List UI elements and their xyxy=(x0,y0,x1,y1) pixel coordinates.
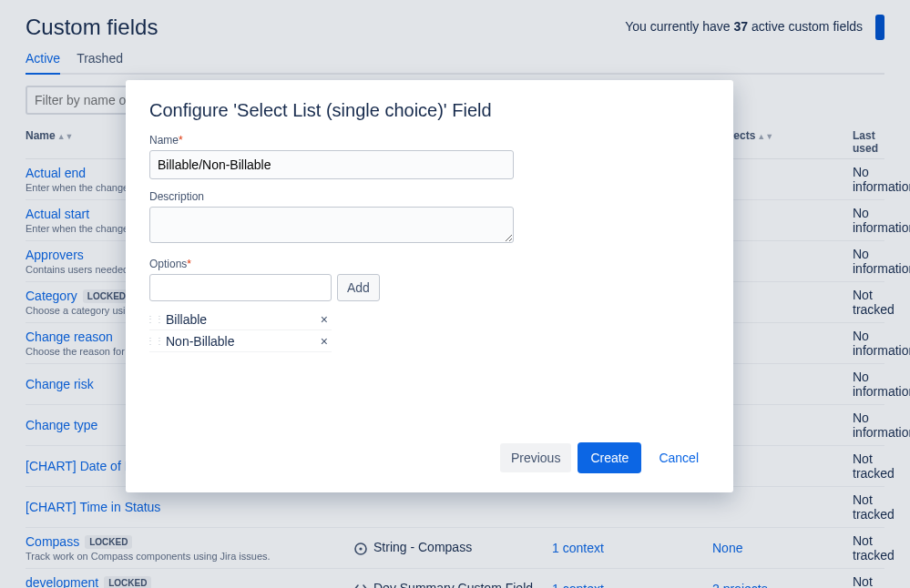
option-input[interactable] xyxy=(149,274,332,301)
add-option-button[interactable]: Add xyxy=(337,274,380,301)
description-input[interactable] xyxy=(149,207,514,243)
drag-handle-icon[interactable]: ⋮⋮ xyxy=(149,335,160,348)
cancel-button[interactable]: Cancel xyxy=(648,443,710,472)
description-label: Description xyxy=(149,190,710,203)
option-item: ⋮⋮Billable× xyxy=(149,309,332,330)
name-label: Name* xyxy=(149,134,710,147)
remove-option-icon[interactable]: × xyxy=(317,312,332,327)
drag-handle-icon[interactable]: ⋮⋮ xyxy=(149,313,160,326)
options-label: Options* xyxy=(149,258,710,270)
create-button[interactable]: Create xyxy=(578,443,640,472)
option-label: Billable xyxy=(166,312,207,327)
name-input[interactable] xyxy=(149,150,514,179)
option-label: Non-Billable xyxy=(166,334,234,349)
remove-option-icon[interactable]: × xyxy=(317,334,332,349)
option-item: ⋮⋮Non-Billable× xyxy=(149,330,332,352)
configure-field-modal: Configure 'Select List (single choice)' … xyxy=(126,80,733,492)
modal-title: Configure 'Select List (single choice)' … xyxy=(149,100,710,121)
previous-button[interactable]: Previous xyxy=(500,443,571,472)
